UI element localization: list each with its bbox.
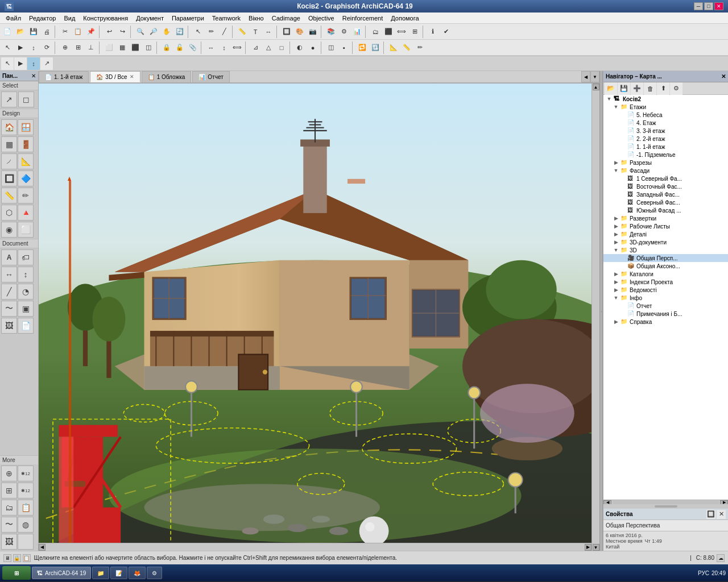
dim-tool[interactable]: ↔ (1, 267, 17, 282)
tb-dim[interactable]: ↔ (262, 26, 275, 38)
select-box-btn[interactable]: ◻ (18, 92, 34, 107)
tb2-l[interactable]: 🔁 (356, 41, 369, 54)
roof-tool[interactable]: 🔲 (1, 171, 17, 186)
mode-select[interactable]: ↖ (1, 57, 14, 70)
tb-group[interactable]: 🗂 (369, 26, 382, 38)
more-btn-2[interactable]: ✱12 (18, 465, 34, 481)
zone-tool[interactable]: ◉ (1, 222, 17, 238)
tb-check[interactable]: ✔ (440, 26, 452, 38)
tab-cover[interactable]: 📋 1 Обложка (142, 71, 192, 82)
menu-reinforcement[interactable]: Reinforcement (339, 14, 387, 23)
minimize-button[interactable]: ─ (694, 2, 703, 10)
tb2-view2[interactable]: ▦ (116, 41, 129, 54)
select-arrow-btn[interactable]: ↗ (1, 92, 17, 107)
menu-file[interactable]: Файл (2, 14, 24, 23)
menu-view[interactable]: Вид (60, 14, 78, 23)
tb2-ortho[interactable]: ⊥ (85, 41, 97, 54)
menu-cadimage[interactable]: Cadimage (268, 14, 304, 23)
tb-render[interactable]: 🎨 (293, 26, 306, 38)
tree-item-2[interactable]: 📄5. Небеса (603, 111, 728, 119)
taskbar-explorer[interactable]: 📁 (92, 567, 109, 579)
menu-construct[interactable]: Конструювання (80, 14, 131, 23)
tb-text[interactable]: T (249, 26, 262, 38)
viewport-scrollbar-bottom[interactable]: ◀ ▶ (39, 543, 592, 551)
viewport[interactable]: › ▲ ▼ ◀ ▶ (39, 84, 599, 551)
scroll-down-btn[interactable]: ▼ (593, 544, 599, 551)
tab-3d-close[interactable]: ✕ (130, 74, 134, 80)
line-tool[interactable]: ╱ (1, 284, 17, 300)
label-tool[interactable]: 🏷 (18, 250, 34, 265)
tab-nav-prev[interactable]: ◀ (581, 71, 590, 82)
nav-btn-settings[interactable]: ⚙ (670, 82, 682, 95)
menu-teamwork[interactable]: Teamwork (209, 14, 244, 23)
tb2-p[interactable]: ✏ (413, 41, 426, 54)
nav-btn-open[interactable]: 📂 (605, 82, 617, 95)
nav-btn-up[interactable]: ⬆ (657, 82, 669, 95)
more-btn-9[interactable]: 🖼 (1, 534, 17, 550)
arc-tool[interactable]: ◔ (18, 284, 34, 300)
tb-array[interactable]: ⊞ (408, 26, 421, 38)
nav-scrollbar-h[interactable]: ◀ ▶ (603, 500, 728, 504)
tb2-f[interactable]: △ (262, 41, 275, 54)
tb2-o[interactable]: 📏 (400, 41, 413, 54)
tree-item-0[interactable]: ▼🏗Косів2 (603, 95, 728, 103)
tb-cut[interactable]: ✂ (59, 26, 71, 38)
menu-editor[interactable]: Редактор (26, 14, 59, 23)
menu-help[interactable]: Допомога (387, 14, 422, 23)
tree-item-17[interactable]: ▶📁Деталі (603, 230, 728, 238)
viewport-scrollbar-right[interactable]: ▲ ▼ (592, 84, 599, 551)
tb-zoom-in[interactable]: 🔍 (134, 26, 147, 38)
prop-expand-btn[interactable]: 🔲 (706, 510, 715, 519)
menu-objective[interactable]: Objective (305, 14, 338, 23)
navigator-close-icon[interactable]: ✕ (721, 73, 726, 80)
tree-item-3[interactable]: 📄4. Етаж (603, 119, 728, 127)
tree-item-5[interactable]: 📄2. 2-й етаж (603, 135, 728, 143)
tb-copy[interactable]: 📋 (72, 26, 84, 38)
tb-measure[interactable]: 📏 (236, 26, 249, 38)
tb-zoom-out[interactable]: 🔎 (147, 26, 160, 38)
nav-btn-delete[interactable]: 🗑 (644, 82, 656, 95)
tree-item-11[interactable]: 🖼Восточный Фас... (603, 182, 728, 190)
tb2-view1[interactable]: ⬜ (103, 41, 115, 54)
start-button[interactable]: ⊞ (2, 566, 31, 580)
more-btn-7[interactable]: 〜 (1, 517, 17, 533)
tree-item-9[interactable]: ▼📁Фасади (603, 167, 728, 174)
tb2-dim2[interactable]: ↕ (218, 41, 230, 54)
tab-nav-dropdown[interactable]: ▼ (590, 71, 599, 82)
tb2-k[interactable]: ▪ (338, 41, 350, 54)
wall-tool[interactable]: 🏠 (1, 119, 17, 135)
tree-item-19[interactable]: ▼📁3D (603, 246, 728, 254)
taskbar-archicad[interactable]: 🏗 ArchiCAD-64 19 (32, 567, 91, 579)
tb-undo[interactable]: ↩ (103, 26, 115, 38)
tb-rotate[interactable]: 🔄 (173, 26, 186, 38)
tb-new[interactable]: 📄 (1, 26, 14, 38)
tb-draw[interactable]: ✏ (205, 26, 217, 38)
tree-item-6[interactable]: 📄1. 1-й етаж (603, 143, 728, 151)
nav-resize-handle[interactable] (603, 504, 728, 509)
scroll-up-btn[interactable]: ▲ (593, 84, 599, 90)
tb-redo[interactable]: ↪ (116, 26, 129, 38)
slab-tool[interactable]: ▦ (1, 136, 17, 152)
mesh-tool[interactable]: ⬡ (1, 205, 17, 221)
tb2-g[interactable]: □ (275, 41, 288, 54)
tree-item-28[interactable]: ▶📁Справка (603, 318, 728, 326)
elev-tool[interactable]: ↕ (18, 267, 34, 282)
tb2-snap[interactable]: ⊕ (59, 41, 71, 54)
tree-item-20[interactable]: 🎥Общая Персп... (603, 254, 728, 262)
restore-button[interactable]: □ (704, 2, 713, 10)
tb-layers[interactable]: 📚 (325, 26, 337, 38)
tb-open[interactable]: 📂 (14, 26, 27, 38)
more-btn-3[interactable]: ⊞ (1, 483, 17, 498)
hint-btn-1[interactable]: 🖥 (3, 554, 11, 562)
hint-btn-2[interactable]: 🔒 (13, 554, 21, 562)
tree-item-27[interactable]: 📄Примечания і Б... (603, 310, 728, 318)
tb2-view4[interactable]: ◫ (142, 41, 155, 54)
tb2-e[interactable]: ⊿ (249, 41, 262, 54)
tb2-h[interactable]: ◐ (293, 41, 306, 54)
more-btn-5[interactable]: 🗂 (1, 500, 17, 516)
nav-btn-add[interactable]: ➕ (631, 82, 643, 95)
tb2-n[interactable]: 📐 (387, 41, 400, 54)
tb2-m[interactable]: 🔃 (369, 41, 382, 54)
nav-btn-save[interactable]: 💾 (618, 82, 630, 95)
tb2-view3[interactable]: ⬛ (129, 41, 142, 54)
